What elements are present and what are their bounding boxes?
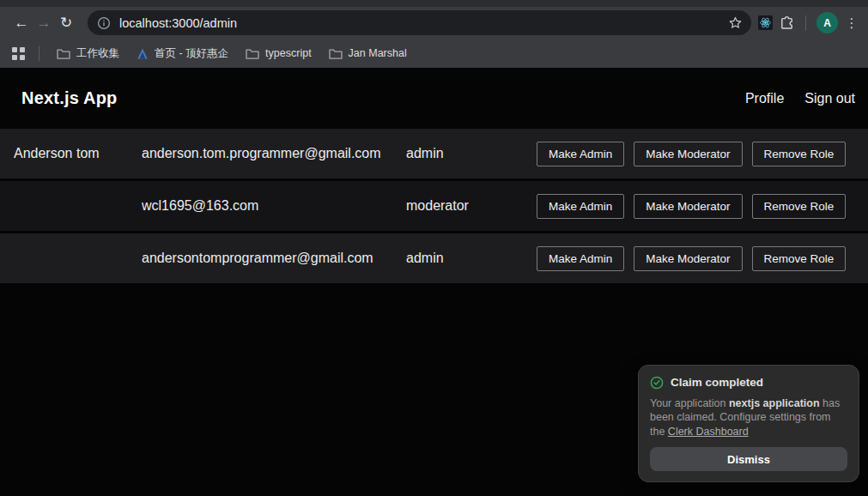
make-moderator-button[interactable]: Make Moderator xyxy=(634,246,742,271)
bookmarks-bar: 工作收集 首页 - 顶好惠企 typescript Jan Marshal xyxy=(0,39,868,68)
url-bar[interactable]: localhost:3000/admin xyxy=(88,10,751,35)
user-table: Anderson tom anderson.tom.programmer@gma… xyxy=(0,129,868,283)
bookmark-label: Jan Marshal xyxy=(349,47,407,59)
bookmark-label: 首页 - 顶好惠企 xyxy=(155,46,228,61)
nav-signout-link[interactable]: Sign out xyxy=(804,91,855,106)
user-email: andersontomprogrammer@gmail.com xyxy=(142,251,406,266)
make-admin-button[interactable]: Make Admin xyxy=(537,194,624,219)
user-email: anderson.tom.programmer@gmail.com xyxy=(142,146,406,161)
user-role: admin xyxy=(406,251,537,266)
user-email: wcl1695@163.com xyxy=(142,198,406,214)
folder-icon xyxy=(329,48,343,59)
bookmark-label: 工作收集 xyxy=(76,46,119,61)
make-moderator-button[interactable]: Make Moderator xyxy=(634,194,742,219)
web-page: Next.js App Profile Sign out Anderson to… xyxy=(0,68,868,496)
profile-avatar[interactable]: A xyxy=(816,12,838,33)
folder-icon xyxy=(246,48,259,59)
bookmark-label: typescript xyxy=(265,47,312,59)
remove-role-button[interactable]: Remove Role xyxy=(752,142,847,166)
browser-window: ← → ↻ localhost:3000/admin xyxy=(0,0,868,496)
apps-grid-icon[interactable] xyxy=(12,47,25,60)
claim-toast: Claim completed Your application nextjs … xyxy=(638,365,859,483)
folder-icon xyxy=(57,48,70,59)
bookmark-work-collection[interactable]: 工作收集 xyxy=(50,43,126,64)
tab-strip xyxy=(0,0,868,7)
menu-kebab-icon[interactable]: ⋮ xyxy=(844,15,859,31)
forward-icon[interactable]: → xyxy=(33,12,55,34)
make-admin-button[interactable]: Make Admin xyxy=(537,142,624,166)
toast-title: Claim completed xyxy=(671,376,763,389)
success-check-icon xyxy=(650,376,664,390)
extensions-icon[interactable] xyxy=(779,15,795,31)
site-nav: Profile Sign out xyxy=(745,91,855,106)
toast-app-name: nextjs application xyxy=(729,397,820,409)
nav-profile-link[interactable]: Profile xyxy=(745,91,784,106)
toast-body: Your application nextjs application has … xyxy=(650,396,847,439)
site-header: Next.js App Profile Sign out xyxy=(0,68,868,129)
table-row: andersontomprogrammer@gmail.com admin Ma… xyxy=(0,233,868,283)
row-actions: Make Admin Make Moderator Remove Role xyxy=(537,142,846,166)
site-favicon xyxy=(137,48,149,59)
user-name: Anderson tom xyxy=(0,146,142,161)
remove-role-button[interactable]: Remove Role xyxy=(752,246,847,271)
clerk-dashboard-link[interactable]: Clerk Dashboard xyxy=(668,426,749,438)
browser-toolbar: ← → ↻ localhost:3000/admin xyxy=(0,7,868,39)
table-row: Anderson tom anderson.tom.programmer@gma… xyxy=(0,129,868,178)
bookmarks-separator xyxy=(39,46,39,61)
back-icon[interactable]: ← xyxy=(10,12,33,34)
reload-icon[interactable]: ↻ xyxy=(55,12,77,34)
row-actions: Make Admin Make Moderator Remove Role xyxy=(537,194,846,219)
remove-role-button[interactable]: Remove Role xyxy=(752,194,847,219)
bookmark-star-icon[interactable] xyxy=(728,15,743,30)
toolbar-separator xyxy=(805,15,806,31)
toolbar-right: A ⋮ xyxy=(758,12,859,33)
bookmark-homepage[interactable]: 首页 - 顶好惠企 xyxy=(130,43,235,64)
info-icon[interactable] xyxy=(97,16,111,30)
toast-header: Claim completed xyxy=(650,376,847,390)
make-moderator-button[interactable]: Make Moderator xyxy=(634,142,742,166)
dismiss-button[interactable]: Dismiss xyxy=(650,447,847,471)
bookmark-typescript[interactable]: typescript xyxy=(239,44,319,63)
row-actions: Make Admin Make Moderator Remove Role xyxy=(537,246,846,271)
bookmark-jan-marshal[interactable]: Jan Marshal xyxy=(322,44,414,63)
toast-text: Your application xyxy=(650,397,729,409)
react-devtools-icon[interactable] xyxy=(758,15,773,30)
user-role: admin xyxy=(406,146,537,161)
table-row: wcl1695@163.com moderator Make Admin Mak… xyxy=(0,181,868,231)
user-role: moderator xyxy=(406,198,537,214)
url-text[interactable]: localhost:3000/admin xyxy=(119,16,728,30)
site-title: Next.js App xyxy=(21,88,117,108)
make-admin-button[interactable]: Make Admin xyxy=(537,246,624,271)
